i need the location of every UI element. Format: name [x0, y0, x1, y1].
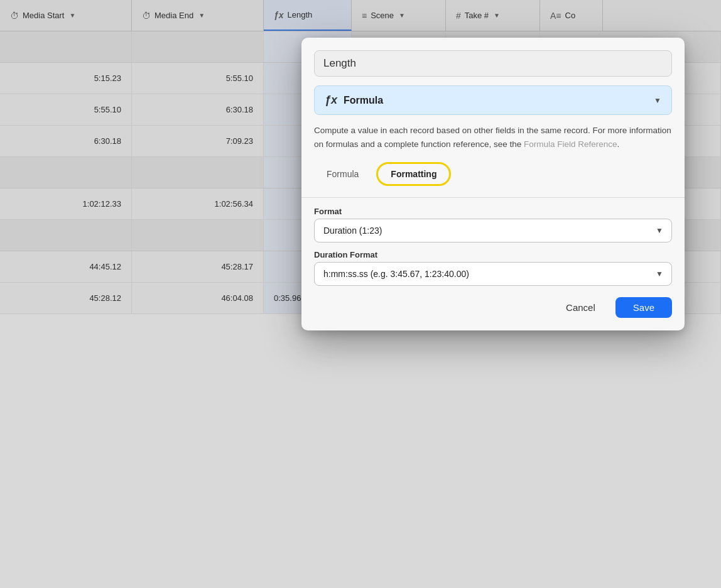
- formula-description: Compute a value in each record based on …: [314, 124, 672, 151]
- tab-formula[interactable]: Formula: [314, 164, 371, 184]
- duration-format-label: Duration Format: [314, 250, 672, 259]
- formula-field-modal: ƒx Formula ▼ Compute a value in each rec…: [301, 38, 685, 330]
- field-name-input[interactable]: [314, 50, 672, 77]
- type-chevron-icon: ▼: [654, 96, 661, 105]
- formatting-section: Format Duration (1:23) Number Percentage…: [314, 207, 672, 286]
- tabs-container: Formula Formatting: [314, 160, 672, 188]
- tab-formatting[interactable]: Formatting: [376, 162, 451, 186]
- duration-format-select-wrapper: h:mm:ss.ss (e.g. 3:45.67, 1:23:40.00) h:…: [314, 262, 672, 286]
- format-select[interactable]: Duration (1:23) Number Percentage Curren…: [314, 219, 672, 242]
- duration-format-select[interactable]: h:mm:ss.ss (e.g. 3:45.67, 1:23:40.00) h:…: [314, 262, 672, 286]
- tab-formula-label: Formula: [327, 169, 359, 179]
- tab-formatting-label: Formatting: [391, 169, 436, 179]
- format-label: Format: [314, 207, 672, 216]
- type-selector-left: ƒx Formula: [325, 94, 383, 107]
- save-button[interactable]: Save: [615, 297, 672, 318]
- divider: [301, 197, 685, 198]
- format-field-group: Format Duration (1:23) Number Percentage…: [314, 207, 672, 242]
- type-selector-label: Formula: [344, 95, 383, 106]
- duration-format-field-group: Duration Format h:mm:ss.ss (e.g. 3:45.67…: [314, 250, 672, 286]
- type-selector[interactable]: ƒx Formula ▼: [314, 85, 672, 115]
- modal-footer: Cancel Save: [314, 297, 672, 318]
- format-select-wrapper: Duration (1:23) Number Percentage Curren…: [314, 219, 672, 242]
- cancel-button[interactable]: Cancel: [553, 297, 608, 318]
- formula-fx-icon: ƒx: [325, 94, 337, 107]
